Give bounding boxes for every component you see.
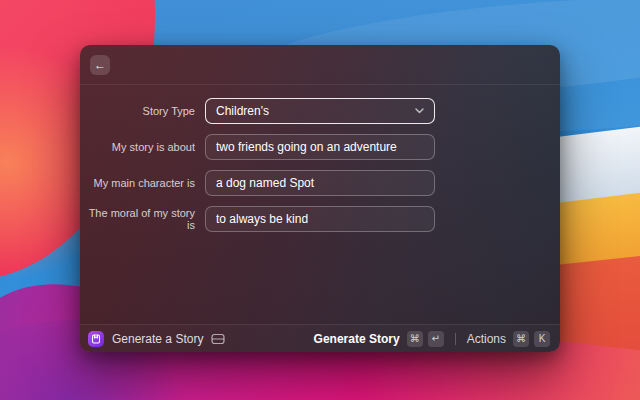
command-title: Generate a Story bbox=[112, 332, 203, 346]
generate-story-action[interactable]: Generate Story ⌘ ↵ bbox=[312, 329, 446, 349]
field-label: My main character is bbox=[80, 177, 205, 189]
footer-divider bbox=[455, 333, 456, 345]
story-form: Story Type Children's My story is about bbox=[80, 85, 560, 232]
actions-menu-button[interactable]: Actions ⌘ K bbox=[465, 329, 552, 349]
chevron-down-icon bbox=[415, 108, 424, 114]
story-about-input[interactable] bbox=[205, 134, 435, 160]
command-key-icon: ⌘ bbox=[407, 331, 423, 347]
form-row-story-about: My story is about bbox=[80, 134, 560, 160]
form-row-main-character: My main character is bbox=[80, 170, 560, 196]
form-icon bbox=[211, 333, 225, 345]
primary-action-label: Generate Story bbox=[314, 332, 400, 346]
k-key-icon: K bbox=[534, 331, 550, 347]
field-label: Story Type bbox=[80, 105, 205, 117]
desktop: ← Story Type Children's My story is abou… bbox=[0, 0, 640, 400]
dropdown-selected-value: Children's bbox=[216, 104, 269, 118]
window-header: ← bbox=[80, 45, 560, 85]
action-bar: Generate a Story Generate Story ⌘ ↵ Acti… bbox=[80, 324, 560, 352]
raycast-window: ← Story Type Children's My story is abou… bbox=[80, 45, 560, 352]
return-key-icon: ↵ bbox=[428, 331, 444, 347]
story-moral-input[interactable] bbox=[205, 206, 435, 232]
field-label: My story is about bbox=[80, 141, 205, 153]
form-row-story-type: Story Type Children's bbox=[80, 98, 560, 124]
form-row-moral: The moral of my story is bbox=[80, 206, 560, 232]
main-character-input[interactable] bbox=[205, 170, 435, 196]
actions-label: Actions bbox=[467, 332, 506, 346]
field-label: The moral of my story is bbox=[80, 207, 205, 231]
command-key-icon: ⌘ bbox=[513, 331, 529, 347]
story-type-dropdown[interactable]: Children's bbox=[205, 98, 435, 124]
story-app-icon bbox=[88, 331, 104, 347]
back-arrow-icon: ← bbox=[94, 59, 106, 71]
back-button[interactable]: ← bbox=[90, 55, 110, 75]
